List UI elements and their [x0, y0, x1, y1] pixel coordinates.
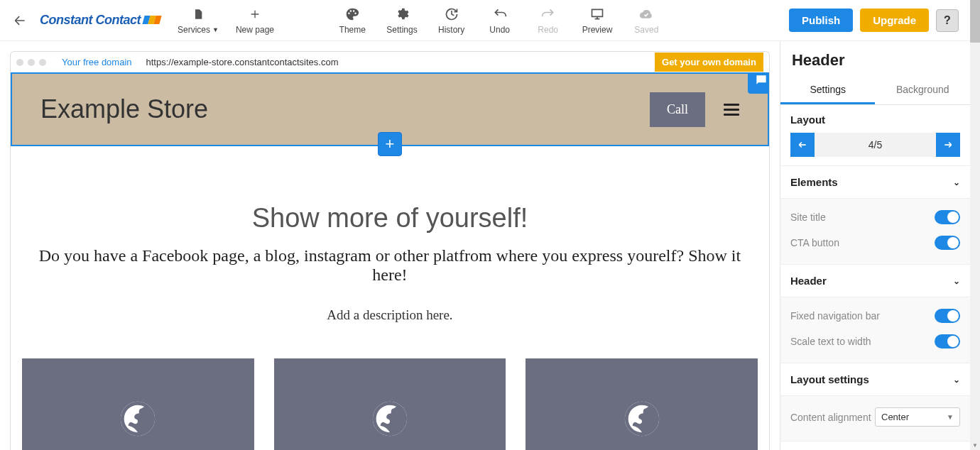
fixed-nav-label: Fixed navigation bar — [790, 310, 880, 322]
saved-label: Saved — [634, 25, 658, 35]
chat-icon — [754, 73, 768, 87]
window-dot — [28, 59, 35, 66]
saved-indicator: Saved — [632, 6, 660, 35]
brand-logo: Constant Contact — [40, 12, 160, 29]
top-toolbar: Constant Contact Services▼ New page Them… — [0, 0, 970, 41]
redo-icon — [541, 6, 555, 22]
undo-button[interactable]: Undo — [486, 6, 514, 35]
placeholder-card[interactable] — [526, 358, 758, 450]
placeholder-card[interactable] — [22, 358, 254, 450]
arrow-right-icon — [943, 140, 953, 150]
layout-prev-button[interactable] — [790, 133, 815, 157]
tab-background[interactable]: Background — [875, 77, 970, 104]
cloud-check-icon — [638, 6, 654, 22]
get-domain-button[interactable]: Get your own domain — [655, 53, 763, 72]
globe-icon — [369, 398, 410, 439]
settings-button[interactable]: Settings — [386, 6, 417, 35]
site-url: https://example-store.constantcontactsit… — [142, 54, 343, 70]
services-label: Services — [178, 25, 210, 35]
alignment-select[interactable]: Center ▼ — [875, 407, 960, 427]
new-page-button[interactable]: New page — [236, 6, 274, 35]
gear-icon — [395, 6, 409, 22]
hero-description[interactable]: Add a description here. — [22, 307, 758, 323]
settings-label: Settings — [386, 25, 417, 35]
cards-row — [11, 337, 769, 450]
preview-label: Preview — [582, 25, 613, 35]
window-dot — [39, 59, 46, 66]
globe-icon — [117, 398, 158, 439]
site-title-toggle[interactable] — [935, 210, 960, 224]
layout-settings-label: Layout settings — [790, 373, 869, 385]
elements-accordion-header[interactable]: Elements ⌄ — [780, 166, 970, 199]
chevron-down-icon: ⌄ — [953, 276, 960, 286]
redo-label: Redo — [538, 25, 558, 35]
new-page-label: New page — [236, 25, 274, 35]
globe-icon — [621, 398, 663, 439]
cta-call-button[interactable]: Call — [650, 92, 705, 127]
scrollbar-down-icon[interactable]: ▼ — [970, 440, 980, 450]
browser-bar: Your free domain https://example-store.c… — [10, 51, 770, 72]
settings-sidebar: Header Settings Background Layout 4/5 El… — [780, 41, 970, 450]
layout-label: Layout — [790, 114, 960, 126]
services-menu[interactable]: Services▼ — [178, 6, 219, 35]
alignment-value: Center — [881, 412, 909, 422]
preview-button[interactable]: Preview — [582, 6, 613, 35]
tab-settings[interactable]: Settings — [780, 77, 876, 104]
monitor-icon — [589, 6, 605, 22]
cta-button-toggle-label: CTA button — [790, 237, 839, 248]
undo-icon — [493, 6, 507, 22]
cta-button-toggle[interactable] — [935, 236, 960, 250]
theme-label: Theme — [339, 25, 366, 35]
history-label: History — [438, 25, 464, 35]
header-accordion-header[interactable]: Header ⌄ — [780, 265, 970, 297]
help-button[interactable]: ? — [936, 9, 959, 32]
brand-text: Constant Contact — [40, 13, 141, 28]
arrow-left-icon — [797, 140, 807, 150]
arrow-left-icon — [13, 13, 27, 28]
chevron-down-icon: ⌄ — [953, 177, 960, 187]
scale-text-toggle[interactable] — [935, 334, 960, 349]
hero-section: Show more of yourself! Do you have a Fac… — [11, 146, 769, 337]
add-section-button[interactable]: + — [378, 132, 402, 156]
chevron-down-icon: ⌄ — [953, 375, 960, 385]
sidebar-title: Header — [780, 41, 970, 77]
fixed-nav-toggle[interactable] — [935, 309, 960, 323]
window-dot — [16, 59, 23, 66]
layout-stepper: 4/5 — [790, 133, 960, 157]
hamburger-menu-icon[interactable] — [724, 101, 739, 119]
redo-button[interactable]: Redo — [534, 6, 562, 35]
palette-icon — [345, 6, 359, 22]
sidebar-tabs: Settings Background — [780, 77, 970, 105]
scrollbar-thumb[interactable] — [970, 0, 980, 43]
history-icon — [445, 6, 459, 22]
free-domain-label[interactable]: Your free domain — [56, 54, 138, 70]
file-icon — [192, 6, 204, 22]
site-title-toggle-label: Site title — [790, 212, 826, 223]
alignment-label: Content alignment — [790, 412, 871, 423]
site-header-section[interactable]: Example Store Call + — [11, 72, 769, 146]
layout-count: 4/5 — [815, 139, 936, 150]
upgrade-button[interactable]: Upgrade — [860, 9, 929, 32]
layout-settings-accordion-header[interactable]: Layout settings ⌄ — [780, 363, 970, 396]
hero-heading[interactable]: Show more of yourself! — [22, 203, 758, 234]
back-button[interactable] — [6, 6, 34, 35]
history-button[interactable]: History — [437, 6, 466, 35]
caret-down-icon: ▼ — [947, 413, 954, 421]
scale-text-label: Scale text to width — [790, 336, 871, 347]
undo-label: Undo — [489, 25, 510, 35]
placeholder-card[interactable] — [274, 358, 506, 450]
theme-button[interactable]: Theme — [338, 6, 366, 35]
caret-down-icon: ▼ — [212, 26, 219, 33]
logo-flag-icon — [143, 13, 160, 28]
elements-label: Elements — [790, 176, 838, 188]
page-scrollbar[interactable]: ▼ — [970, 0, 980, 450]
site-canvas: Example Store Call + Show more of yourse… — [10, 72, 770, 450]
hero-subheading[interactable]: Do you have a Facebook page, a blog, ins… — [22, 246, 758, 285]
chat-float-button[interactable] — [748, 72, 770, 94]
layout-next-button[interactable] — [936, 133, 960, 157]
header-acc-label: Header — [790, 275, 827, 287]
site-title[interactable]: Example Store — [40, 94, 208, 124]
plus-icon — [249, 6, 261, 22]
publish-button[interactable]: Publish — [789, 9, 853, 32]
